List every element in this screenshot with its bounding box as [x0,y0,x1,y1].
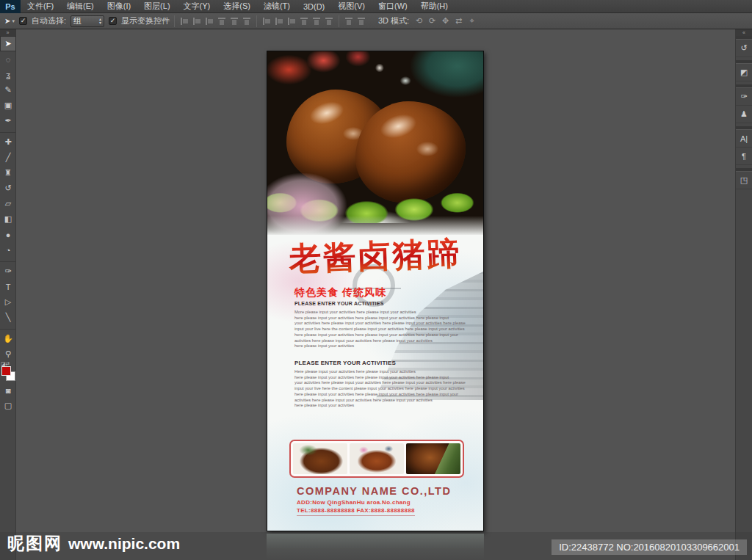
panel-history-icon[interactable]: ↺ [736,40,752,57]
hand-tool[interactable]: ✋ [0,331,16,346]
align-horizontal-centers-icon[interactable] [192,16,202,26]
text-line: your activities here please input your a… [294,321,460,327]
watermark-url: www.nipic.com [68,535,180,553]
align-right-edges-icon[interactable] [204,16,214,26]
text-line: here please input your activities here p… [294,392,460,398]
menu-item-5[interactable]: 选择(S) [217,0,257,12]
tool-divider [0,128,16,133]
text-line: here please input your activities [294,343,460,349]
collapse-tools-icon[interactable]: » [0,29,15,36]
panel-clone-source-icon[interactable]: ♟ [736,106,752,123]
text-line: your activities here please input your a… [294,380,460,386]
path-selection-tool[interactable]: ▷ [0,294,16,310]
panel-3d-icon[interactable]: ◳ [736,172,752,189]
panel-group: ◩ [736,60,752,81]
image-id-badge: ID:22438772 NO:20160820103309662001 [552,539,747,555]
show-transform-checkbox[interactable]: ✓ [109,17,117,25]
foreground-color-swatch[interactable] [1,366,11,376]
3d-roll-icon[interactable]: ⟳ [427,16,438,26]
distribute-top-edges-icon[interactable] [261,16,272,26]
distribute-icons-group [261,16,334,26]
menu-item-10[interactable]: 帮助(H) [414,0,455,12]
text-line: activities here please input your activi… [294,338,460,344]
move-tool[interactable]: ➤ [0,36,16,51]
crop-tool[interactable]: ▣ [0,98,16,113]
pen-tool[interactable]: ✑ [0,263,16,279]
move-tool-preset-icon[interactable]: ➤▾ [4,17,15,25]
quick-mask-button[interactable]: ◙ [0,382,16,398]
distribute-horizontal-spacing-icon[interactable] [356,16,366,26]
distribute-vertical-spacing-icon[interactable] [344,16,354,26]
history-brush-tool[interactable]: ↺ [0,181,16,196]
panel-brush-presets-icon[interactable]: ✑ [736,88,752,106]
menu-items: 文件(F)编辑(E)图像(I)图层(L)文字(Y)选择(S)滤镜(T)3D(D)… [21,0,455,12]
expand-panels-icon[interactable]: « [736,29,752,36]
color-swatches: ◪⇄ [0,363,16,382]
shape-tool[interactable]: ╲ [0,310,16,325]
zoom-tool[interactable]: ⚲ [0,346,16,362]
company-name: COMPANY NAME CO.,LTD [297,485,451,497]
panel-group: ◳ [736,168,752,189]
menu-item-8[interactable]: 视图(V) [331,0,372,12]
distribute-bottom-edges-icon[interactable] [286,16,297,26]
3d-pan-icon[interactable]: ✥ [440,16,451,26]
distribute-left-edges-icon[interactable] [299,16,309,26]
healing-brush-tool[interactable]: ✚ [0,134,16,150]
3d-mode-label: 3D 模式: [378,15,409,26]
thumbnail-pork-trotter-plate [350,443,404,474]
menu-item-6[interactable]: 滤镜(T) [257,0,297,12]
align-left-edges-icon[interactable] [179,16,189,26]
tools-panel: » ➤◌ʓ✎▣✒✚╱♜↺▱◧●◔✑T▷╲✋⚲ ◪⇄ ◙ ▢ [0,29,16,560]
distribute-right-edges-icon[interactable] [324,16,334,26]
auto-select-dropdown[interactable]: 组 ▴▾ [70,15,104,27]
blur-tool[interactable]: ● [0,227,16,242]
menu-bar: Ps 文件(F)编辑(E)图像(I)图层(L)文字(Y)选择(S)滤镜(T)3D… [0,0,752,13]
align-vertical-centers-icon[interactable] [229,16,239,26]
section2-heading: PLEASE ENTER YOUR ACTIVITIES [294,360,396,366]
text-line: here please input your activities here p… [294,375,460,381]
panel-paragraph-icon[interactable]: ¶ [736,148,752,165]
text-line: activities here please input your activi… [294,398,460,404]
3d-slide-icon[interactable]: ⇄ [453,16,464,26]
tool-divider [0,325,16,330]
auto-select-checkbox[interactable]: ✓ [19,17,27,25]
ps-logo[interactable]: Ps [0,0,21,13]
quick-selection-tool[interactable]: ✎ [0,82,16,98]
eraser-tool[interactable]: ▱ [0,196,16,211]
auto-select-label: 自动选择: [32,15,66,26]
distribute-horizontal-centers-icon[interactable] [311,16,322,26]
watermark-bar: 昵图网 www.nipic.com ID:22438772 NO:2016082… [0,532,752,560]
menu-item-2[interactable]: 图像(I) [101,0,137,12]
menu-item-7[interactable]: 3D(D) [297,0,331,12]
panel-adjustments-icon[interactable]: ◩ [736,64,752,81]
menu-item-1[interactable]: 编辑(E) [60,0,101,12]
distribute-vertical-centers-icon[interactable] [274,16,284,26]
watermark-brand: 昵图网 [7,532,62,555]
gradient-tool[interactable]: ◧ [0,211,16,227]
align-top-edges-icon[interactable] [217,16,227,26]
type-tool[interactable]: T [0,279,16,294]
menu-item-3[interactable]: 图层(L) [137,0,176,12]
clone-stamp-tool[interactable]: ♜ [0,165,16,181]
menu-item-0[interactable]: 文件(F) [21,0,60,12]
3d-scale-icon[interactable]: ⌖ [466,16,477,26]
panel-group: ✑♟ [736,84,752,123]
align-bottom-edges-icon[interactable] [242,16,252,26]
separator [339,15,339,27]
dodge-tool[interactable]: ◔ [0,242,16,258]
food-thumbnail-strip [289,440,464,478]
screen-mode-button[interactable]: ▢ [0,398,16,413]
canvas-workspace: 老酱卤猪蹄 特色美食 传统风味 PLEASE ENTER YOUR ACTIVI… [16,29,735,560]
document-canvas[interactable]: 老酱卤猪蹄 特色美食 传统风味 PLEASE ENTER YOUR ACTIVI… [267,51,484,531]
text-line: input your live here the content please … [294,327,460,332]
3d-rotate-icon[interactable]: ⟲ [413,16,424,26]
eyedropper-tool[interactable]: ✒ [0,113,16,128]
panel-character-icon[interactable]: A| [736,130,752,148]
watermark: 昵图网 www.nipic.com [7,532,180,555]
lasso-tool[interactable]: ʓ [0,67,16,82]
menu-item-4[interactable]: 文字(Y) [177,0,217,12]
brush-tool[interactable]: ╱ [0,150,16,165]
marquee-tool[interactable]: ◌ [0,51,16,67]
align-icons-group [179,16,252,26]
menu-item-9[interactable]: 窗口(W) [372,0,414,12]
